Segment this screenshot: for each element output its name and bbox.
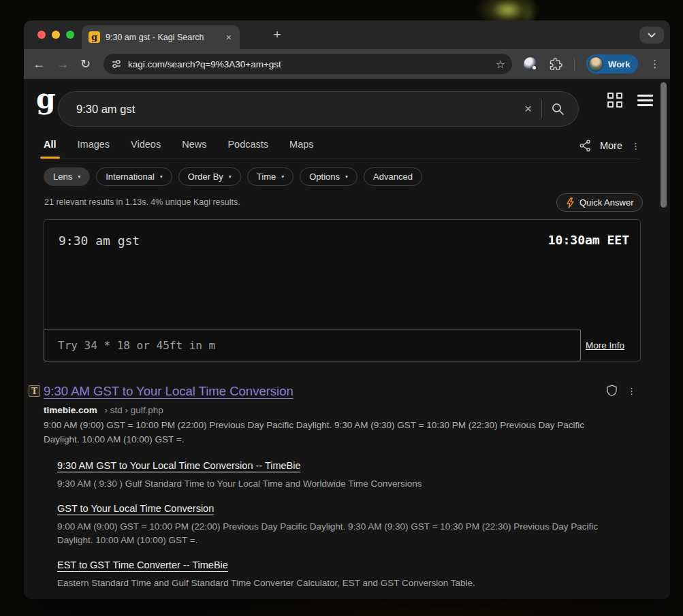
search-input[interactable] bbox=[76, 103, 522, 116]
tab-news[interactable]: News bbox=[182, 139, 206, 158]
sublink-item: 9:30 AM GST to Your Local Time Conversio… bbox=[57, 458, 636, 491]
advanced-filter[interactable]: Advanced bbox=[364, 167, 422, 186]
result-domain[interactable]: timebie.com bbox=[44, 405, 97, 415]
tab-images[interactable]: Images bbox=[78, 139, 110, 158]
caret-down-icon: ▾ bbox=[281, 174, 284, 180]
result-sublinks: 9:30 AM GST to Your Local Time Conversio… bbox=[57, 458, 636, 590]
kagi-logo[interactable]: g bbox=[36, 85, 56, 113]
zoom-window-button[interactable] bbox=[66, 31, 74, 39]
options-filter[interactable]: Options ▾ bbox=[300, 167, 358, 186]
search-divider bbox=[541, 100, 542, 118]
result-path: › std › gulf.php bbox=[105, 405, 163, 415]
tab-all[interactable]: All bbox=[44, 139, 57, 158]
page-scrollbar[interactable] bbox=[661, 82, 667, 208]
quick-answer-label: Quick Answer bbox=[579, 197, 633, 208]
toolbar-divider bbox=[574, 58, 575, 71]
tab-search-button[interactable] bbox=[639, 27, 664, 44]
desktop: g 9:30 am gst - Kagi Search × + ← → ↻ bbox=[0, 0, 683, 616]
new-tab-button[interactable]: + bbox=[269, 27, 285, 42]
filter-bar: Lens ▾ International ▾ Order By ▾ Time ▾… bbox=[44, 167, 422, 186]
results-info: 21 relevant results in 1.13s. 4% unique … bbox=[44, 197, 240, 207]
quick-answer-button[interactable]: Quick Answer bbox=[556, 193, 643, 212]
address-bar[interactable]: kagi.com/search?q=9%3A30+am+gst ☆ bbox=[104, 54, 512, 74]
timebie-favicon-icon: T bbox=[29, 385, 40, 397]
chevron-down-icon bbox=[648, 33, 656, 38]
sublink-item: GST to Your Local Time Conversion 9:00 A… bbox=[57, 501, 636, 547]
tab-close-icon[interactable]: × bbox=[225, 32, 233, 43]
sublink-title-link[interactable]: 9:30 AM GST to Your Local Time Conversio… bbox=[57, 458, 301, 473]
apps-grid-icon[interactable] bbox=[607, 93, 624, 109]
forward-button[interactable]: → bbox=[57, 58, 69, 70]
sublink-item: EST to GST Time Converter -- TimeBie Eas… bbox=[57, 557, 636, 590]
more-info-link[interactable]: More Info bbox=[586, 340, 624, 351]
share-icon[interactable] bbox=[579, 140, 591, 152]
tab-videos[interactable]: Videos bbox=[131, 139, 161, 158]
options-filter-label: Options bbox=[309, 172, 340, 182]
caret-down-icon: ▾ bbox=[160, 174, 163, 180]
browser-tab[interactable]: g 9:30 am gst - Kagi Search × bbox=[82, 25, 240, 49]
lightning-bolt-icon bbox=[566, 197, 575, 208]
extensions-puzzle-icon[interactable] bbox=[549, 57, 562, 71]
clear-search-icon[interactable]: × bbox=[522, 101, 535, 116]
sublink-snippet: Eastern Standard Time and Gulf Standard … bbox=[57, 577, 610, 590]
advanced-filter-label: Advanced bbox=[373, 172, 413, 182]
menu-hamburger-icon[interactable] bbox=[637, 95, 653, 106]
kagi-search-page: g × All Images Videos New bbox=[24, 79, 670, 599]
widget-try-input[interactable] bbox=[44, 329, 581, 361]
tab-strip: g 9:30 am gst - Kagi Search × + bbox=[24, 20, 670, 49]
tab-podcasts[interactable]: Podcasts bbox=[227, 139, 268, 158]
more-button[interactable]: More bbox=[600, 140, 622, 151]
tab-title: 9:30 am gst - Kagi Search bbox=[106, 33, 219, 42]
breadcrumb: timebie.com › std › gulf.php bbox=[44, 405, 636, 415]
result-actions: ⋮ bbox=[606, 385, 636, 397]
tabs-right-actions: More ⋮ bbox=[579, 140, 640, 152]
caret-down-icon: ▾ bbox=[345, 174, 348, 180]
caret-down-icon: ▾ bbox=[229, 174, 232, 180]
avatar bbox=[588, 56, 603, 71]
result-snippet: 9:00 AM (9:00) GST = 10:00 PM (22:00) Pr… bbox=[44, 418, 610, 447]
sublink-title-link[interactable]: GST to Your Local Time Conversion bbox=[57, 501, 214, 516]
url-text[interactable]: kagi.com/search?q=9%3A30+am+gst bbox=[128, 59, 490, 69]
search-bar: × bbox=[58, 91, 579, 127]
window-controls bbox=[37, 31, 74, 39]
sublink-snippet: 9:00 AM (9:00) GST = 10:00 PM (22:00) Pr… bbox=[57, 520, 610, 547]
more-options-icon[interactable]: ⋮ bbox=[631, 141, 640, 151]
result-title-link[interactable]: 9:30 AM GST to Your Local Time Conversio… bbox=[44, 383, 293, 400]
search-result: T 9:30 AM GST to Your Local Time Convers… bbox=[44, 383, 636, 590]
order-by-filter-label: Order By bbox=[188, 172, 223, 182]
shield-icon[interactable] bbox=[606, 385, 618, 397]
sublink-title-link[interactable]: EST to GST Time Converter -- TimeBie bbox=[57, 557, 228, 572]
time-filter-label: Time bbox=[257, 172, 276, 182]
widget-query-text: 9:30 am gst bbox=[59, 233, 140, 248]
search-category-tabs: All Images Videos News Podcasts Maps Mor… bbox=[44, 139, 640, 159]
international-filter[interactable]: International ▾ bbox=[96, 167, 172, 186]
search-icon[interactable] bbox=[551, 102, 565, 116]
browser-toolbar: ← → ↻ kagi.com/search?q=9%3A30+am+gst ☆ bbox=[24, 49, 670, 79]
minimize-window-button[interactable] bbox=[52, 31, 60, 39]
browser-window: g 9:30 am gst - Kagi Search × + ← → ↻ bbox=[24, 20, 670, 599]
result-menu-icon[interactable]: ⋮ bbox=[627, 386, 636, 396]
kagi-favicon-icon: g bbox=[89, 31, 100, 43]
site-settings-icon[interactable] bbox=[111, 59, 122, 69]
international-filter-label: International bbox=[106, 172, 155, 182]
back-button[interactable]: ← bbox=[33, 58, 45, 70]
lens-filter[interactable]: Lens ▾ bbox=[44, 167, 90, 186]
caret-down-icon: ▾ bbox=[78, 174, 80, 180]
tab-maps[interactable]: Maps bbox=[289, 139, 313, 158]
browser-menu-button[interactable]: ⋮ bbox=[650, 58, 660, 70]
order-by-filter[interactable]: Order By ▾ bbox=[178, 167, 241, 186]
reload-button[interactable]: ↻ bbox=[80, 58, 91, 70]
close-window-button[interactable] bbox=[37, 31, 46, 39]
profile-name: Work bbox=[608, 59, 630, 69]
time-filter[interactable]: Time ▾ bbox=[247, 167, 293, 186]
sublink-snippet: 9:30 AM ( 9:30 ) Gulf Standard Time to Y… bbox=[57, 477, 610, 491]
extension-icon[interactable] bbox=[524, 57, 537, 71]
calculator-widget: 9:30 am gst 10:30am EET More Info bbox=[44, 219, 641, 361]
lens-filter-label: Lens bbox=[53, 172, 72, 182]
bookmark-star-icon[interactable]: ☆ bbox=[496, 58, 505, 71]
widget-result-text: 10:30am EET bbox=[548, 233, 629, 247]
profile-button[interactable]: Work bbox=[586, 54, 638, 74]
